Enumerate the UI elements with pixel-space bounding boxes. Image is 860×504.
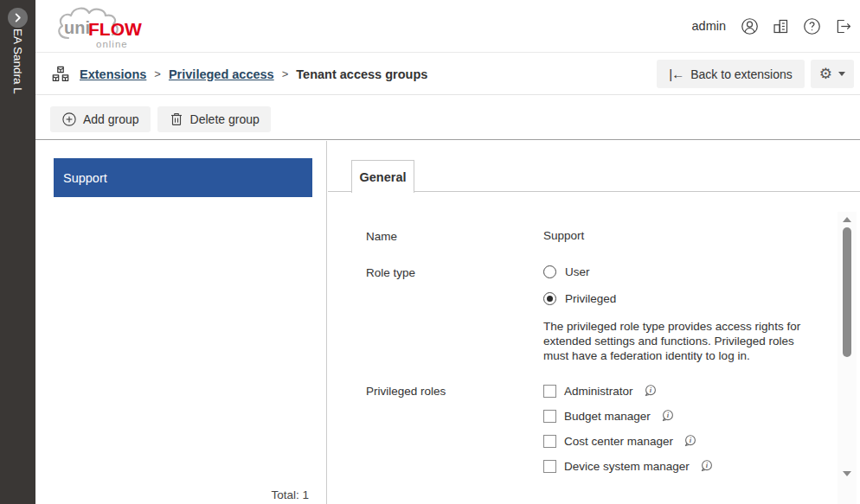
- svg-text:i: i: [649, 386, 651, 394]
- privileged-role-cost-center-manager[interactable]: Cost center manager i: [543, 434, 714, 449]
- breadcrumb: Extensions > Privileged access > Tenant …: [51, 54, 427, 94]
- info-tooltip-icon[interactable]: i: [643, 384, 658, 399]
- help-icon[interactable]: [802, 16, 822, 36]
- scroll-down-arrow-icon[interactable]: [843, 471, 851, 476]
- tenant-name-label: EA Sandra L: [11, 29, 24, 94]
- svg-text:i: i: [706, 461, 709, 469]
- role-option-user[interactable]: User: [543, 265, 822, 278]
- privileged-roles-row: Privileged roles Administrator i: [366, 384, 836, 484]
- scrollbar-thumb[interactable]: [843, 227, 851, 357]
- trash-icon: [169, 112, 184, 127]
- privileged-role-budget-manager[interactable]: Budget manager i: [543, 409, 714, 424]
- privileged-role-administrator-label: Administrator: [564, 385, 633, 398]
- group-list-panel: Support Total: 1: [35, 141, 327, 504]
- info-tooltip-icon[interactable]: i: [683, 434, 697, 449]
- settings-menu-button[interactable]: ⚙: [811, 60, 854, 88]
- back-arrow-icon: |←: [669, 67, 684, 81]
- logo-flow-text: FLOW: [88, 19, 142, 39]
- role-option-privileged-label: Privileged: [565, 292, 616, 305]
- breadcrumb-separator: >: [282, 67, 289, 80]
- caret-down-icon: [838, 72, 845, 76]
- info-tooltip-icon[interactable]: i: [699, 459, 714, 474]
- name-value: Support: [543, 229, 584, 243]
- checkbox-icon[interactable]: [543, 435, 556, 448]
- group-detail-panel: General Name Support Role type User: [328, 141, 860, 504]
- delete-group-button[interactable]: Delete group: [157, 106, 271, 132]
- privileged-roles-label: Privileged roles: [366, 384, 543, 484]
- back-to-extensions-button[interactable]: |← Back to extensions: [657, 60, 804, 88]
- name-label: Name: [366, 229, 543, 243]
- privileged-role-cost-center-manager-label: Cost center manager: [564, 435, 673, 448]
- general-form: Name Support Role type User P: [328, 193, 836, 504]
- delete-group-label: Delete group: [190, 112, 260, 126]
- svg-text:i: i: [667, 411, 670, 419]
- role-type-label: Role type: [366, 265, 543, 363]
- form-scrollbar[interactable]: [838, 212, 857, 504]
- role-type-description: The privileged role type provides access…: [543, 319, 822, 363]
- app-header: uni FLOW online admin: [35, 0, 860, 53]
- user-profile-icon[interactable]: [740, 16, 760, 36]
- uniflow-online-app: EA Sandra L uni FLOW online admin: [0, 0, 860, 504]
- role-option-user-label: User: [565, 265, 590, 278]
- extensions-cubes-icon: [51, 65, 70, 84]
- privileged-role-device-system-manager[interactable]: Device system manager i: [543, 459, 714, 474]
- radio-checked-icon[interactable]: [543, 292, 556, 305]
- info-tooltip-icon[interactable]: i: [660, 409, 675, 424]
- header-actions: admin: [692, 0, 854, 52]
- add-group-button[interactable]: Add group: [50, 106, 151, 132]
- privileged-role-budget-manager-label: Budget manager: [564, 410, 651, 423]
- uniflow-logo: uni FLOW online: [53, 5, 150, 50]
- logout-icon[interactable]: [833, 16, 853, 36]
- name-row: Name Support: [366, 229, 836, 243]
- add-circle-icon: [61, 112, 77, 127]
- privileged-role-device-system-manager-label: Device system manager: [564, 460, 690, 473]
- role-type-row: Role type User Privileged The privileged…: [366, 265, 836, 363]
- tenant-rail: EA Sandra L: [0, 0, 35, 504]
- page-action-buttons: |← Back to extensions ⚙: [657, 60, 854, 88]
- breadcrumb-row: Extensions > Privileged access > Tenant …: [35, 54, 860, 95]
- logged-in-user: admin: [692, 19, 727, 33]
- breadcrumb-separator: >: [154, 67, 161, 80]
- tab-general[interactable]: General: [351, 160, 414, 193]
- logo-online-text: online: [96, 39, 128, 49]
- add-group-label: Add group: [83, 112, 139, 126]
- content-area: Support Total: 1 General Name Support Ro…: [35, 141, 860, 504]
- back-button-label: Back to extensions: [690, 67, 793, 81]
- privileged-role-administrator[interactable]: Administrator i: [543, 384, 714, 399]
- checkbox-icon[interactable]: [543, 460, 556, 473]
- gear-icon: ⚙: [819, 67, 832, 81]
- logo-uni-text: uni: [64, 18, 90, 37]
- chevron-right-icon: [13, 13, 22, 22]
- breadcrumb-current-page: Tenant access groups: [296, 67, 427, 81]
- breadcrumb-link-privileged-access[interactable]: Privileged access: [169, 67, 274, 81]
- group-toolbar: Add group Delete group: [35, 96, 860, 140]
- rail-expand-button[interactable]: [8, 8, 28, 28]
- checkbox-icon[interactable]: [543, 385, 556, 398]
- radio-unchecked-icon[interactable]: [543, 265, 556, 278]
- group-list-item-support[interactable]: Support: [54, 158, 312, 197]
- tenant-buildings-icon[interactable]: [771, 16, 791, 36]
- group-list-total: Total: 1: [271, 488, 309, 501]
- svg-text:i: i: [690, 436, 692, 444]
- role-option-privileged[interactable]: Privileged: [543, 292, 822, 305]
- scroll-up-arrow-icon[interactable]: [843, 217, 851, 222]
- breadcrumb-link-extensions[interactable]: Extensions: [80, 67, 146, 81]
- checkbox-icon[interactable]: [543, 410, 556, 423]
- main-area: uni FLOW online admin: [35, 0, 860, 504]
